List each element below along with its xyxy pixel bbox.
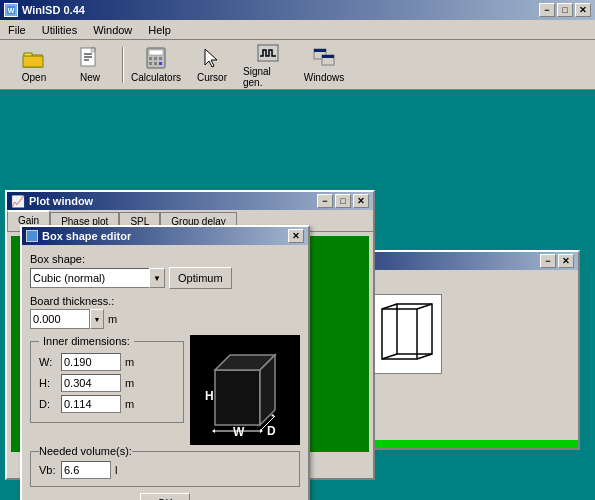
plot-close[interactable]: ✕ [353,194,369,208]
windows-icon [312,46,336,70]
vb-unit: l [115,464,117,476]
plot-icon: 📈 [11,195,25,208]
depth-label: D: [39,398,57,410]
svg-text:D: D [267,424,276,438]
signal-gen-label: Signal gen. [243,66,293,88]
plot-title-buttons: − □ ✕ [317,194,369,208]
volume-legend: Needed volume(s): [39,445,132,457]
close-button[interactable]: ✕ [575,3,591,17]
svg-rect-20 [314,49,326,52]
dialog-body: Box shape: Cubic (normal) Rectangular Cy… [22,245,308,500]
title-bar-left: W WinISD 0.44 [4,3,85,17]
board-thickness-row: 0.000 ▼ m [30,309,300,329]
menu-help[interactable]: Help [140,22,179,38]
svg-text:W: W [8,7,15,14]
dialog-close-button[interactable]: ✕ [288,229,304,243]
box-shape-editor-dialog: Box shape editor ✕ Box shape: Cubic (nor… [20,225,310,500]
svg-marker-43 [212,429,215,433]
dialog-title-bar: Box shape editor ✕ [22,227,308,245]
second-minimize[interactable]: − [540,254,556,268]
left-dimensions: Inner dimensions: W: m H: m [30,335,184,445]
box-shape-select-wrapper: Cubic (normal) Rectangular Cylindrical ▼ [30,268,165,288]
svg-rect-15 [154,62,157,65]
menu-bar: File Utilities Window Help [0,20,595,40]
board-thickness-input[interactable]: 0.000 [30,309,90,329]
dialog-title-text: Box shape editor [42,230,131,242]
box-shape-select[interactable]: Cubic (normal) Rectangular Cylindrical [30,268,150,288]
dialog-icon [26,230,38,242]
cursor-button[interactable]: Cursor [186,44,238,86]
width-label: W: [39,356,57,368]
menu-utilities[interactable]: Utilities [34,22,85,38]
signal-gen-button[interactable]: Signal gen. [242,44,294,86]
depth-input[interactable] [61,395,121,413]
workspace: ■ − ✕ x shape [0,90,595,500]
box-shape-select-arrow[interactable]: ▼ [149,268,165,288]
box-shape-label: Box shape: [30,253,300,265]
svg-rect-16 [159,62,162,65]
open-icon [22,46,46,70]
height-input[interactable] [61,374,121,392]
height-unit: m [125,377,134,389]
board-thickness-label: Board thickness.: [30,295,300,307]
plot-title-left: 📈 Plot window [11,195,93,208]
new-icon [78,46,102,70]
depth-row: D: m [39,395,175,413]
width-unit: m [125,356,134,368]
dimensions-area: Inner dimensions: W: m H: m [30,335,300,445]
board-thickness-unit: m [108,313,117,325]
plot-maximize[interactable]: □ [335,194,351,208]
calculators-icon [144,46,168,70]
vb-row: Vb: l [39,461,291,479]
height-label: H: [39,377,57,389]
depth-unit: m [125,398,134,410]
box-3d-visualization: H W D [190,335,300,445]
new-label: New [80,72,100,83]
open-button[interactable]: Open [8,44,60,86]
svg-marker-17 [205,49,217,67]
ok-button[interactable]: OK [140,493,190,500]
app-window: W WinISD 0.44 − □ ✕ File Utilities Windo… [0,0,595,500]
cursor-icon [200,46,224,70]
width-row: W: m [39,353,175,371]
svg-rect-10 [149,50,163,55]
dialog-title-left: Box shape editor [26,230,131,242]
minimize-button[interactable]: − [539,3,555,17]
calculators-button[interactable]: Calculators [130,44,182,86]
maximize-button[interactable]: □ [557,3,573,17]
menu-file[interactable]: File [0,22,34,38]
menu-window[interactable]: Window [85,22,140,38]
toolbar: Open New [0,40,595,90]
svg-rect-13 [159,57,162,60]
vb-label: Vb: [39,464,57,476]
calculators-label: Calculators [131,72,181,83]
volume-fieldset: Needed volume(s): Vb: l [30,445,300,487]
second-window-buttons: − ✕ [540,254,574,268]
board-thickness-section: Board thickness.: 0.000 ▼ m [30,295,300,329]
open-label: Open [22,72,46,83]
box-shape-row: Cubic (normal) Rectangular Cylindrical ▼… [30,267,300,289]
svg-rect-4 [23,56,43,67]
new-button[interactable]: New [64,44,116,86]
svg-rect-29 [382,309,417,359]
inner-dimensions-legend: Inner dimensions: [39,335,134,347]
height-row: H: m [39,374,175,392]
vb-input[interactable] [61,461,111,479]
svg-rect-14 [149,62,152,65]
second-close[interactable]: ✕ [558,254,574,268]
svg-rect-18 [258,45,278,61]
signal-gen-icon [256,42,280,64]
svg-rect-22 [322,55,334,58]
app-title: WinISD 0.44 [22,4,85,16]
title-bar: W WinISD 0.44 − □ ✕ [0,0,595,20]
plot-title-text: Plot window [29,195,93,207]
width-input[interactable] [61,353,121,371]
plot-minimize[interactable]: − [317,194,333,208]
inner-dimensions-fieldset: Inner dimensions: W: m H: m [30,335,184,423]
svg-text:H: H [205,389,214,403]
svg-text:W: W [233,425,245,439]
board-thickness-arrow[interactable]: ▼ [90,309,104,329]
optimum-button[interactable]: Optimum [169,267,232,289]
windows-button[interactable]: Windows [298,44,350,86]
cursor-label: Cursor [197,72,227,83]
